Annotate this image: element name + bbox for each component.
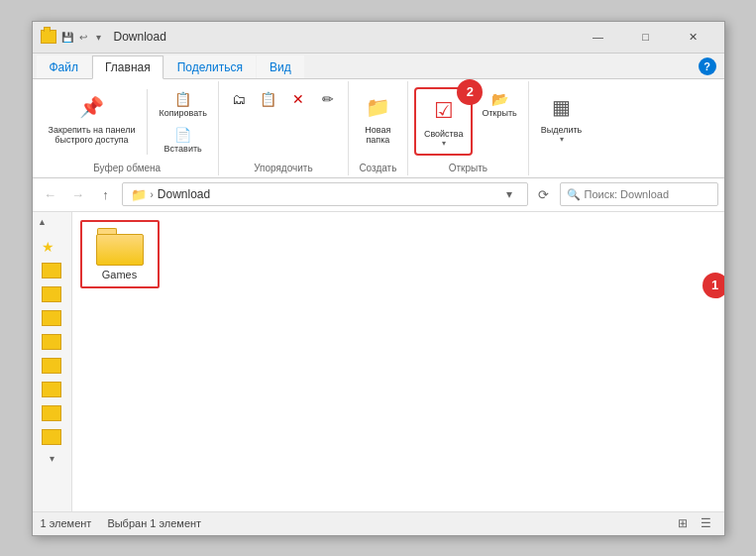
- ribbon-group-open: ☑ Свойства ▾ 2 📂 Открыть Открыть: [408, 81, 529, 175]
- minimize-button[interactable]: —: [576, 23, 621, 51]
- view-controls: ⊞ ☰: [673, 514, 716, 532]
- large-icon-view-button[interactable]: ⊞: [673, 514, 693, 532]
- rename-button[interactable]: ✏: [314, 87, 342, 111]
- sidebar-expand-icon: ▾: [50, 453, 54, 464]
- title-bar-left: 💾 ↩ ▾ Download: [41, 30, 576, 44]
- sidebar-folder-3-icon: [42, 310, 61, 326]
- tab-share[interactable]: Поделиться: [164, 56, 256, 78]
- quick-access-icons: 💾 ↩ ▾: [60, 30, 106, 44]
- new-buttons: 📁 Новаяпапка: [356, 83, 399, 161]
- sidebar-item-3[interactable]: [35, 307, 69, 329]
- sidebar-item-6[interactable]: [35, 379, 69, 400]
- divider: [147, 89, 148, 155]
- tab-home[interactable]: Главная: [92, 56, 163, 79]
- ribbon-group-new: 📁 Новаяпапка Создать: [349, 81, 408, 175]
- open-label: Открыть: [449, 161, 487, 173]
- sidebar-folder-6-icon: [42, 382, 61, 397]
- detail-view-button[interactable]: ☰: [697, 514, 716, 532]
- status-bar: 1 элемент Выбран 1 элемент ⊞ ☰: [33, 511, 724, 535]
- move-icon: 🗂: [230, 90, 248, 108]
- breadcrumb-path: Download: [158, 187, 210, 201]
- copy-button[interactable]: 📋 Копировать: [154, 87, 211, 121]
- properties-icon: ☑: [428, 95, 460, 127]
- sidebar-folder-5-icon: [42, 358, 61, 374]
- sidebar-item-chevron-down[interactable]: ▾: [35, 450, 69, 467]
- up-button[interactable]: ↑: [94, 182, 118, 206]
- sidebar-item-5[interactable]: [35, 355, 69, 377]
- breadcrumb-folder-icon: 📁: [131, 187, 147, 202]
- tab-view[interactable]: Вид: [257, 56, 304, 78]
- organize-label: Упорядочить: [254, 161, 313, 173]
- help-icon[interactable]: ?: [699, 57, 716, 75]
- close-button[interactable]: ✕: [671, 23, 716, 51]
- new-folder-icon: 📁: [362, 91, 393, 123]
- sidebar-item-8[interactable]: [35, 426, 69, 448]
- sidebar-item-7[interactable]: [35, 402, 69, 424]
- search-icon: 🔍: [567, 188, 581, 201]
- sidebar-folder-4-icon: [42, 334, 61, 350]
- forward-button[interactable]: →: [66, 182, 90, 206]
- ribbon-group-clipboard: 📌 Закрепить на панелибыстрого доступа 📋 …: [37, 81, 219, 175]
- sidebar-item-1[interactable]: [35, 260, 69, 281]
- back-button[interactable]: ←: [39, 182, 62, 206]
- copy-paste-col: 📋 Копировать 📄 Вставить: [154, 87, 211, 157]
- organize-row1: 🗂 📋 ✕ ✏: [225, 87, 342, 111]
- qa-undo-icon[interactable]: ↩: [76, 30, 90, 44]
- sidebar-item-2[interactable]: [35, 283, 69, 305]
- window-folder-icon: [41, 30, 56, 44]
- open-buttons: ☑ Свойства ▾ 2 📂 Открыть: [414, 83, 522, 161]
- explorer-window: 💾 ↩ ▾ Download — □ ✕ Файл Главная Подели…: [32, 21, 725, 536]
- address-chevron[interactable]: ▾: [499, 182, 519, 206]
- maximize-button[interactable]: □: [623, 23, 669, 51]
- sidebar-collapse-button[interactable]: ▲: [35, 214, 51, 230]
- ribbon-group-select: ▦ Выделить ▾: [529, 81, 594, 175]
- select-button[interactable]: ▦ Выделить ▾: [535, 87, 589, 148]
- select-dropdown-arrow: ▾: [560, 135, 564, 144]
- pin-button[interactable]: 📌 Закрепить на панелибыстрого доступа: [43, 87, 142, 151]
- qa-save-icon[interactable]: 💾: [60, 30, 74, 44]
- address-path[interactable]: 📁 › Download ▾: [122, 182, 528, 206]
- item-count: 1 элемент: [41, 517, 92, 529]
- folder-body: [96, 234, 144, 266]
- selected-count: Выбран 1 элемент: [107, 517, 201, 529]
- qa-chevron-icon[interactable]: ▾: [92, 30, 106, 44]
- sidebar-folder-8-icon: [42, 429, 61, 445]
- paste-button[interactable]: 📄 Вставить: [154, 123, 211, 157]
- sidebar-item-4[interactable]: [35, 331, 69, 353]
- quick-access-star-icon: ★: [42, 239, 61, 255]
- search-input[interactable]: [585, 188, 711, 200]
- sidebar-folder-2-icon: [42, 286, 61, 302]
- copy-icon: 📋: [174, 90, 192, 108]
- paste-icon: 📄: [174, 126, 192, 144]
- sidebar-item-star[interactable]: ★: [35, 236, 69, 258]
- move-button[interactable]: 🗂: [225, 87, 253, 111]
- refresh-button[interactable]: ⟳: [532, 182, 556, 206]
- tab-file[interactable]: Файл: [37, 56, 92, 78]
- sidebar-folder-1-icon: [42, 263, 61, 278]
- copy2-button[interactable]: 📋: [255, 87, 282, 111]
- rename-icon: ✏: [319, 90, 337, 108]
- sidebar-items: ★: [33, 232, 71, 471]
- pin-icon: 📌: [75, 91, 107, 123]
- select-icon: ▦: [546, 91, 578, 123]
- title-bar: 💾 ↩ ▾ Download — □ ✕: [33, 22, 724, 54]
- step-2-badge: 2: [457, 79, 483, 105]
- breadcrumb-arrow: ›: [151, 189, 154, 200]
- ribbon-group-organize: 🗂 📋 ✕ ✏ Упорядочить: [219, 81, 349, 175]
- open-button[interactable]: 📂 Открыть: [477, 87, 521, 121]
- folder-item-wrapper: Games 1: [80, 220, 716, 288]
- ribbon-tabs: Файл Главная Поделиться Вид ?: [33, 54, 724, 79]
- games-folder-label: Games: [102, 269, 137, 280]
- delete-button[interactable]: ✕: [284, 87, 312, 111]
- ribbon: 📌 Закрепить на панелибыстрого доступа 📋 …: [33, 79, 724, 178]
- window-title: Download: [114, 30, 166, 44]
- open-col: 📂 Открыть: [477, 87, 521, 121]
- properties-dropdown-arrow: ▾: [442, 139, 446, 148]
- main-area: ▲ ★: [33, 212, 724, 511]
- step-1-badge: 1: [702, 273, 724, 298]
- clipboard-label: Буфер обмена: [93, 161, 161, 173]
- search-box[interactable]: 🔍: [560, 182, 718, 206]
- new-folder-button[interactable]: 📁 Новаяпапка: [356, 87, 399, 151]
- games-folder-item[interactable]: Games: [80, 220, 160, 288]
- copy2-icon: 📋: [260, 90, 277, 108]
